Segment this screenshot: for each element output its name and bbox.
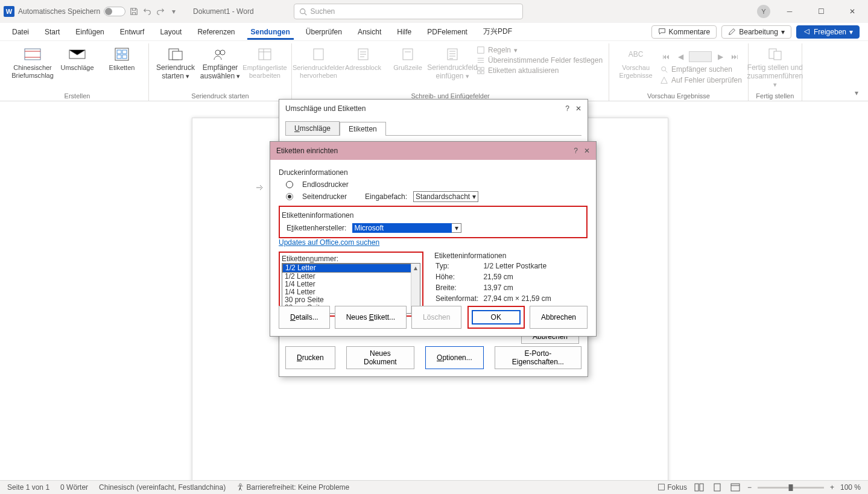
info-heading: Etiketteninformationen xyxy=(434,252,556,260)
vendor-select[interactable]: Microsoft xyxy=(352,223,452,233)
undo-icon[interactable] xyxy=(142,7,152,16)
tab-entwurf[interactable]: Entwurf xyxy=(116,24,148,40)
svg-rect-29 xyxy=(714,484,720,491)
list-item[interactable]: 1/2 Letter xyxy=(282,264,420,273)
chevron-down-icon: ▾ xyxy=(472,192,476,201)
share-button[interactable]: Freigeben▾ xyxy=(796,25,860,39)
label-options-dialog: Etiketten einrichten ? ✕ Druckerinformat… xyxy=(270,141,597,337)
eporto-button[interactable]: E-Porto-Eigenschaften... xyxy=(495,346,581,369)
help-icon[interactable]: ? xyxy=(574,147,578,155)
close-icon[interactable]: ✕ xyxy=(575,104,581,113)
dialog-tab-umschlaege[interactable]: Umschläge xyxy=(285,121,340,135)
comments-button[interactable]: Kommentare xyxy=(651,25,717,39)
find-recipient-button: Empfänger suchen xyxy=(660,65,742,74)
tab-referenzen[interactable]: Referenzen xyxy=(194,24,238,40)
start-mailmerge-button[interactable]: Seriendruck starten ▾ xyxy=(155,43,196,81)
details-button[interactable]: Details... xyxy=(279,306,330,329)
printer-info-heading: Druckerinformationen xyxy=(279,168,588,177)
svg-point-10 xyxy=(215,50,220,55)
prev-record-icon: ◀ xyxy=(674,51,686,63)
tab-wondershare-pdf[interactable]: 万兴PDF xyxy=(480,23,516,40)
editing-mode-button[interactable]: Bearbeitung▾ xyxy=(721,25,791,39)
ribbon-collapse-icon[interactable]: ▾ xyxy=(851,85,862,101)
tab-layout[interactable]: Layout xyxy=(156,24,185,40)
save-icon[interactable] xyxy=(129,7,139,16)
ribbon-group-label: Fertig stellen xyxy=(756,91,794,101)
tab-einfuegen[interactable]: Einfügen xyxy=(72,24,107,40)
print-layout-icon[interactable] xyxy=(711,483,723,492)
zoom-in-button[interactable]: + xyxy=(830,483,834,492)
search-icon xyxy=(299,8,307,16)
cancel-button[interactable]: Abbrechen xyxy=(530,306,588,329)
new-document-button[interactable]: Neues Dokument xyxy=(346,346,414,369)
dialog-title: Umschläge und Etiketten xyxy=(285,104,366,113)
focus-icon xyxy=(657,483,665,491)
vendor-label: Etikettenhersteller: xyxy=(287,224,346,232)
zoom-out-button[interactable]: − xyxy=(747,483,752,492)
select-recipients-button[interactable]: Empfänger auswählen ▾ xyxy=(200,43,241,81)
ribbon-group-label: Erstellen xyxy=(65,91,90,101)
highlight-fields-button: Seriendruckfelder hervorheben xyxy=(298,43,339,79)
options-button[interactable]: Optionen... xyxy=(425,346,484,369)
language-status[interactable]: Chinesisch (vereinfacht, Festlandchina) xyxy=(99,483,226,492)
next-record-icon: ▶ xyxy=(714,51,726,63)
search-input[interactable]: Suchen xyxy=(294,4,523,19)
print-button[interactable]: Drucken xyxy=(285,346,335,369)
chinese-envelope-button[interactable]: Chinesischer Briefumschlag xyxy=(12,43,53,79)
avatar[interactable]: Y xyxy=(757,5,770,18)
tab-ansicht[interactable]: Ansicht xyxy=(354,24,385,40)
accessibility-status[interactable]: Barrierefreiheit: Keine Probleme xyxy=(236,483,349,492)
ribbon-group-label: Vorschau Ergebnisse xyxy=(647,91,710,101)
read-mode-icon[interactable] xyxy=(693,483,705,492)
tray-select[interactable]: Standardschacht ▾ xyxy=(413,191,478,202)
redo-icon[interactable] xyxy=(156,7,165,16)
tab-hilfe[interactable]: Hilfe xyxy=(393,24,415,40)
chevron-down-icon[interactable]: ▾ xyxy=(452,223,461,233)
help-icon[interactable]: ? xyxy=(565,104,569,113)
check-errors-button: Auf Fehler überprüfen xyxy=(660,76,742,84)
svg-rect-13 xyxy=(314,49,323,60)
page-printer-radio[interactable] xyxy=(286,193,293,200)
accessibility-icon xyxy=(236,483,244,491)
finish-merge-button: Fertig stellen und zusammenführen ▾ xyxy=(755,43,796,88)
search-placeholder: Suchen xyxy=(311,7,335,16)
svg-rect-6 xyxy=(117,55,121,59)
tab-sendungen[interactable]: Sendungen xyxy=(247,24,294,40)
tab-pdfelement[interactable]: PDFelement xyxy=(423,24,471,40)
close-window-button[interactable]: ✕ xyxy=(840,2,864,21)
dialog-tab-etiketten[interactable]: Etiketten xyxy=(340,122,386,136)
page-count[interactable]: Seite 1 von 1 xyxy=(7,483,49,492)
maximize-button[interactable]: ☐ xyxy=(809,2,833,21)
focus-mode-button[interactable]: Fokus xyxy=(657,483,687,492)
svg-rect-9 xyxy=(173,51,182,60)
svg-rect-12 xyxy=(259,49,271,60)
svg-point-22 xyxy=(662,67,666,71)
tab-start[interactable]: Start xyxy=(41,24,63,40)
qat-dropdown-icon[interactable]: ▾ xyxy=(169,7,179,16)
web-layout-icon[interactable] xyxy=(729,483,741,492)
close-icon[interactable]: ✕ xyxy=(584,147,590,155)
last-record-icon: ⏭ xyxy=(729,51,741,63)
office-updates-link[interactable]: Updates auf Office.com suchen xyxy=(279,238,379,247)
tab-ueberpruefen[interactable]: Überprüfen xyxy=(302,24,346,40)
tab-datei[interactable]: Datei xyxy=(8,24,33,40)
delete-button: Löschen xyxy=(411,306,461,329)
chevron-down-icon: ▾ xyxy=(781,28,785,36)
match-fields-button: Übereinstimmende Felder festlegen xyxy=(477,56,603,65)
envelopes-button[interactable]: Umschläge xyxy=(57,43,98,72)
labels-button[interactable]: Etiketten xyxy=(101,43,142,72)
ribbon-group-seriendruck: Seriendruck starten ▾ Empfänger auswähle… xyxy=(149,43,292,101)
zoom-slider[interactable] xyxy=(758,487,824,489)
first-record-icon: ⏮ xyxy=(660,51,672,63)
minimize-button[interactable]: ─ xyxy=(778,2,802,21)
ok-button[interactable]: OK xyxy=(472,310,521,325)
preview-results-button: ABCVorschau Ergebnisse xyxy=(615,43,656,79)
ribbon-group-vorschau: ABCVorschau Ergebnisse ⏮ ◀ ▶ ⏭ Empfänger… xyxy=(609,43,749,101)
word-count[interactable]: 0 Wörter xyxy=(60,483,88,492)
pencil-icon xyxy=(728,28,736,36)
autosave-toggle[interactable] xyxy=(104,7,125,16)
zoom-level[interactable]: 100 % xyxy=(840,483,861,492)
continuous-printer-radio[interactable] xyxy=(286,181,293,188)
new-label-button[interactable]: Neues Etikett... xyxy=(335,306,407,329)
tray-label: Eingabefach: xyxy=(365,192,407,201)
